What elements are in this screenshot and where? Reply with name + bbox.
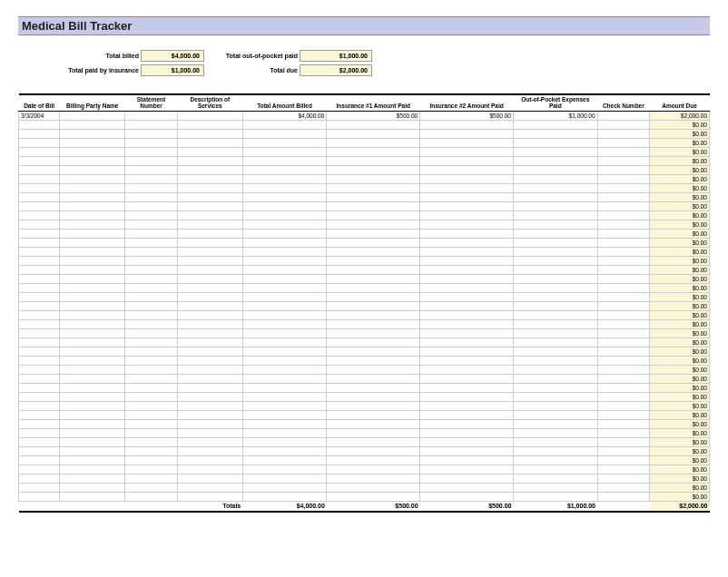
cell-ins2[interactable] xyxy=(420,183,514,192)
cell-party[interactable] xyxy=(60,147,125,156)
cell-date[interactable] xyxy=(19,328,60,337)
cell-party[interactable] xyxy=(60,120,125,129)
col-ins2[interactable]: Insurance #2 Amount Paid xyxy=(420,94,514,111)
cell-ins2[interactable] xyxy=(420,465,514,474)
cell-check[interactable] xyxy=(597,274,650,283)
cell-ins2[interactable] xyxy=(420,337,514,347)
cell-desc[interactable] xyxy=(177,383,242,392)
cell-total[interactable] xyxy=(242,383,327,392)
table-row[interactable]: $0.00 xyxy=(19,247,710,256)
cell-due[interactable]: $0.00 xyxy=(650,474,710,483)
cell-total[interactable] xyxy=(242,492,327,501)
total-ins-value[interactable]: $1,000.00 xyxy=(141,64,204,76)
cell-date[interactable] xyxy=(19,365,60,374)
cell-check[interactable] xyxy=(597,465,650,474)
cell-date[interactable] xyxy=(19,183,60,192)
cell-check[interactable] xyxy=(597,337,650,347)
cell-ins1[interactable] xyxy=(327,120,420,129)
cell-ins1[interactable] xyxy=(327,337,420,347)
cell-stmt[interactable] xyxy=(125,374,178,383)
cell-total[interactable] xyxy=(242,129,327,138)
cell-desc[interactable] xyxy=(177,210,242,220)
cell-ins2[interactable] xyxy=(420,174,514,183)
cell-ins2[interactable] xyxy=(420,446,514,455)
table-row[interactable]: $0.00 xyxy=(19,392,710,401)
cell-stmt[interactable] xyxy=(125,347,178,356)
cell-ins1[interactable] xyxy=(327,401,420,410)
cell-ins2[interactable] xyxy=(420,347,514,356)
cell-oop[interactable] xyxy=(513,229,597,238)
cell-date[interactable] xyxy=(19,147,60,156)
cell-desc[interactable] xyxy=(177,455,242,465)
cell-due[interactable]: $0.00 xyxy=(650,274,710,283)
cell-date[interactable] xyxy=(19,220,60,229)
cell-total[interactable] xyxy=(242,410,327,419)
cell-stmt[interactable] xyxy=(125,174,178,183)
cell-stmt[interactable] xyxy=(125,111,178,120)
cell-party[interactable] xyxy=(60,455,125,465)
cell-desc[interactable] xyxy=(177,292,242,301)
cell-date[interactable] xyxy=(19,419,60,428)
cell-ins1[interactable] xyxy=(327,238,420,247)
table-row[interactable]: $0.00 xyxy=(19,365,710,374)
cell-ins1[interactable] xyxy=(327,129,420,138)
cell-due[interactable]: $0.00 xyxy=(650,347,710,356)
col-oop[interactable]: Out-of-Pocket Expenses Paid xyxy=(513,94,597,111)
cell-party[interactable] xyxy=(60,392,125,401)
cell-oop[interactable] xyxy=(513,147,597,156)
cell-desc[interactable] xyxy=(177,220,242,229)
cell-desc[interactable] xyxy=(177,201,242,210)
cell-party[interactable] xyxy=(60,328,125,337)
cell-stmt[interactable] xyxy=(125,147,178,156)
cell-ins2[interactable] xyxy=(420,410,514,419)
cell-ins1[interactable] xyxy=(327,292,420,301)
cell-party[interactable] xyxy=(60,319,125,328)
cell-ins2[interactable] xyxy=(420,156,514,165)
cell-ins2[interactable] xyxy=(420,310,514,319)
cell-total[interactable] xyxy=(242,247,327,256)
cell-due[interactable]: $0.00 xyxy=(650,301,710,310)
cell-check[interactable] xyxy=(597,210,650,220)
cell-ins2[interactable] xyxy=(420,247,514,256)
cell-stmt[interactable] xyxy=(125,210,178,220)
cell-check[interactable] xyxy=(597,483,650,492)
cell-total[interactable] xyxy=(242,292,327,301)
cell-due[interactable]: $0.00 xyxy=(650,310,710,319)
cell-check[interactable] xyxy=(597,138,650,147)
cell-total[interactable] xyxy=(242,201,327,210)
cell-desc[interactable] xyxy=(177,410,242,419)
cell-ins1[interactable] xyxy=(327,265,420,274)
cell-ins2[interactable] xyxy=(420,392,514,401)
table-row[interactable]: $0.00 xyxy=(19,474,710,483)
cell-desc[interactable] xyxy=(177,138,242,147)
cell-due[interactable]: $0.00 xyxy=(650,192,710,201)
table-row[interactable]: $0.00 xyxy=(19,374,710,383)
cell-oop[interactable] xyxy=(513,274,597,283)
cell-stmt[interactable] xyxy=(125,337,178,347)
cell-date[interactable] xyxy=(19,483,60,492)
cell-desc[interactable] xyxy=(177,319,242,328)
cell-check[interactable] xyxy=(597,156,650,165)
cell-desc[interactable] xyxy=(177,446,242,455)
cell-check[interactable] xyxy=(597,319,650,328)
cell-stmt[interactable] xyxy=(125,120,178,129)
cell-oop[interactable] xyxy=(513,401,597,410)
table-row[interactable]: 3/3/2004$4,000.00$500.00$500.00$1,000.00… xyxy=(19,111,710,120)
table-row[interactable]: $0.00 xyxy=(19,401,710,410)
cell-due[interactable]: $0.00 xyxy=(650,220,710,229)
cell-oop[interactable] xyxy=(513,247,597,256)
cell-stmt[interactable] xyxy=(125,247,178,256)
cell-party[interactable] xyxy=(60,310,125,319)
cell-total[interactable] xyxy=(242,374,327,383)
cell-due[interactable]: $0.00 xyxy=(650,401,710,410)
cell-total[interactable] xyxy=(242,238,327,247)
cell-due[interactable]: $0.00 xyxy=(650,392,710,401)
cell-check[interactable] xyxy=(597,192,650,201)
cell-ins2[interactable] xyxy=(420,265,514,274)
cell-ins1[interactable] xyxy=(327,465,420,474)
cell-ins1[interactable] xyxy=(327,201,420,210)
cell-total[interactable] xyxy=(242,428,327,437)
cell-check[interactable] xyxy=(597,492,650,501)
cell-ins2[interactable] xyxy=(420,401,514,410)
cell-total[interactable] xyxy=(242,265,327,274)
